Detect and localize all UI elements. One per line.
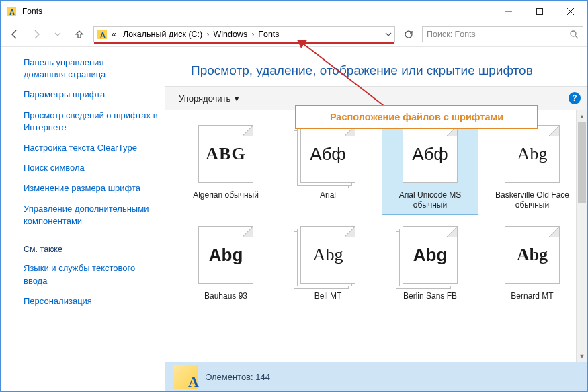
font-label: Bernard MT [511,291,553,311]
sidebar-item-cleartype[interactable]: Настройка текста ClearType [24,142,158,154]
refresh-button[interactable] [399,26,418,42]
sidebar-item-find-char[interactable]: Поиск символа [24,162,158,174]
svg-rect-2 [537,8,543,14]
scroll-down-arrow[interactable]: ▼ [577,350,587,362]
search-placeholder: Поиск: Fonts [427,30,476,39]
font-label: Baskerville Old Face обычный [487,190,577,210]
font-item[interactable]: AbgBell MT [280,218,376,316]
item-count: Элементов: 144 [206,372,270,382]
status-bar: Элементов: 144 [165,362,587,391]
svg-point-5 [571,31,576,36]
fonts-app-icon [173,365,198,389]
font-thumbnail: Abg [396,223,464,287]
font-item[interactable]: АбфArial Unicode MS обычный [382,117,478,215]
sidebar-item-text-services[interactable]: Языки и службы текстового ввода [24,262,158,286]
fonts-folder-icon: A [97,29,108,40]
svg-text:A: A [9,8,15,16]
font-thumbnail: Абф [294,122,362,186]
sidebar-item-font-info-online[interactable]: Просмотр сведений о шрифтах в Интернете [24,110,158,134]
sidebar-item-font-size[interactable]: Изменение размера шрифта [24,182,158,194]
up-button[interactable] [69,25,89,44]
font-thumbnail: Abg [192,223,259,287]
font-label: Bauhaus 93 [204,291,247,311]
font-label: Arial [320,190,336,210]
divider [21,237,158,237]
organize-label: Упорядочить [179,93,230,104]
font-label: Bell MT [314,291,342,311]
breadcrumb-item[interactable]: Локальный диск (C:) [120,30,205,39]
scrollbar-thumb[interactable] [578,122,586,203]
maximize-button[interactable] [524,1,555,22]
sidebar-item-optional-features[interactable]: Управление дополнительными компонентами [24,203,158,227]
recent-dropdown[interactable] [48,25,68,44]
chevron-right-icon: › [206,30,209,39]
main-panel: Просмотр, удаление, отображение или скры… [165,47,587,391]
scrollbar[interactable]: ▲ ▼ [576,110,587,362]
breadcrumb-prefix: « [109,30,119,39]
close-button[interactable] [555,1,586,22]
font-label: Arial Unicode MS обычный [385,190,475,210]
search-icon [569,30,579,39]
breadcrumb-item[interactable]: Windows [210,30,250,39]
font-item[interactable]: AbgBernard MT [484,218,581,316]
annotation-callout: Расположение файлов с шрифтами [295,105,538,129]
font-thumbnail: Abg [499,122,566,186]
font-item[interactable]: AbgBaskerville Old Face обычный [484,117,581,215]
font-label: Algerian обычный [193,190,259,210]
help-button[interactable]: ? [569,92,581,104]
font-label: Berlin Sans FB [403,291,457,311]
see-also-label: См. также [24,244,158,256]
font-item[interactable]: AbgBerlin Sans FB [382,218,478,316]
font-thumbnail: ABG [192,122,259,186]
window-title: Fonts [22,7,42,16]
sidebar-item-home[interactable]: Панель управления — домашняя страница [24,56,158,81]
forward-button[interactable] [26,25,46,44]
chevron-down-icon[interactable] [385,31,392,38]
page-title: Просмотр, удаление, отображение или скры… [165,47,587,86]
chevron-down-icon: ▾ [235,93,239,104]
title-bar: A Fonts [1,1,587,22]
chevron-right-icon: › [251,30,254,39]
font-thumbnail: Abg [499,223,566,287]
address-bar[interactable]: A « Локальный диск (C:) › Windows › Font… [93,26,395,42]
font-item[interactable]: AbgBauhaus 93 [177,218,274,316]
minimize-button[interactable] [493,1,524,22]
svg-text:A: A [100,31,106,39]
back-button[interactable] [5,25,25,44]
sidebar-item-personalization[interactable]: Персонализация [24,295,158,307]
sidebar: Панель управления — домашняя страница Па… [1,47,165,391]
sidebar-item-font-settings[interactable]: Параметры шрифта [24,89,158,101]
fonts-app-icon: A [6,6,17,17]
font-item[interactable]: АбфArial [280,117,376,215]
search-input[interactable]: Поиск: Fonts [422,26,583,42]
navigation-bar: A « Локальный диск (C:) › Windows › Font… [1,22,587,47]
font-thumbnail: Abg [294,223,362,287]
font-item[interactable]: ABGAlgerian обычный [177,117,274,215]
scroll-up-arrow[interactable]: ▲ [577,110,587,122]
breadcrumb-item[interactable]: Fonts [255,30,282,39]
font-thumbnail: Абф [396,122,464,186]
annotation-text: Расположение файлов с шрифтами [330,112,503,122]
font-grid: ABGAlgerian обычныйАбфArialАбфArial Unic… [177,117,581,316]
organize-button[interactable]: Упорядочить ▾ [179,93,239,104]
